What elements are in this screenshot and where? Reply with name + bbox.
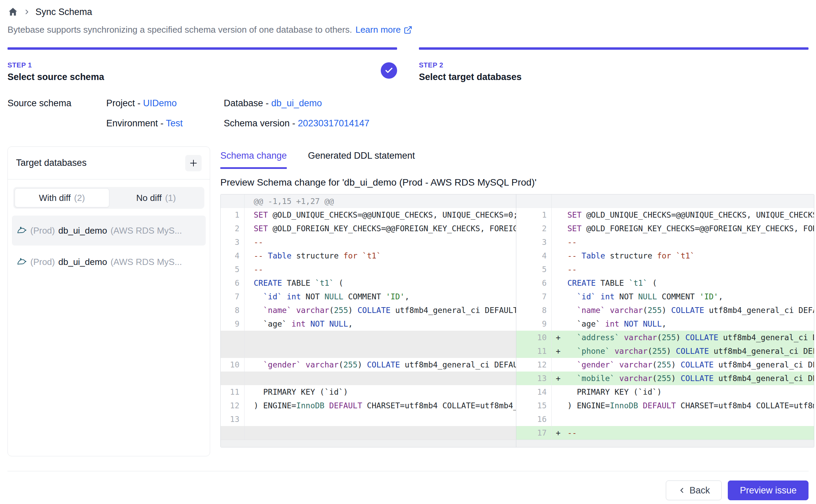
context-line: 9 `age` int NOT NULL,	[221, 317, 516, 331]
add-database-button[interactable]	[185, 155, 202, 171]
line-number: 13	[516, 372, 552, 385]
step-2-label: STEP 2	[419, 61, 809, 69]
code-line: CREATE TABLE `t1` (	[567, 276, 814, 290]
source-field-link[interactable]: 20230317014147	[298, 118, 370, 128]
context-line: 8 `name` varchar(255) COLLATE utf8mb4_ge…	[516, 303, 814, 317]
diff-row: 8 `name` varchar(255) COLLATE utf8mb4_ge…	[221, 303, 814, 317]
line-number: 5	[221, 263, 245, 276]
added-marker	[552, 249, 567, 263]
line-number: 11	[516, 344, 552, 358]
db-name: db_ui_demo	[58, 225, 107, 236]
context-line: 2SET @OLD_FOREIGN_KEY_CHECKS=@@FOREIGN_K…	[221, 222, 516, 235]
code-line: `name` varchar(255) COLLATE utf8mb4_gene…	[245, 303, 516, 317]
tab-with-diff[interactable]: With diff(2)	[15, 188, 109, 207]
database-list-item[interactable]: (Prod)db_ui_demo(AWS RDS MyS...	[12, 247, 206, 277]
breadcrumb: Sync Schema	[7, 5, 809, 19]
content-tabs: Schema change Generated DDL statement	[220, 146, 814, 169]
diff-row: 3--3--	[221, 235, 814, 249]
source-field-link[interactable]: UIDemo	[143, 98, 177, 108]
added-marker	[552, 290, 567, 303]
code-line: SET @OLD_UNIQUE_CHECKS=@@UNIQUE_CHECKS, …	[245, 208, 516, 222]
added-line: 10+ `address` varchar(255) COLLATE utf8m…	[516, 331, 814, 344]
diff-row: 13+ `mobile` varchar(255) COLLATE utf8mb…	[221, 372, 814, 385]
home-icon[interactable]	[7, 6, 18, 17]
code-line: `age` int NOT NULL,	[245, 317, 516, 331]
added-marker	[552, 194, 567, 208]
context-line: 6CREATE TABLE `t1` (	[221, 276, 516, 290]
step-1-completed-badge	[381, 62, 397, 79]
line-number: 4	[516, 249, 552, 263]
line-number	[221, 372, 245, 385]
chevron-right-icon	[23, 8, 31, 16]
line-number: 14	[516, 385, 552, 399]
line-number: 17	[516, 426, 552, 440]
line-number: 7	[516, 290, 552, 303]
db-environment: (Prod)	[30, 225, 55, 236]
line-number: 9	[221, 317, 245, 331]
context-line: 5--	[221, 263, 516, 276]
line-number: 1	[221, 208, 245, 222]
chevron-left-icon	[678, 486, 686, 494]
context-line: 3--	[516, 235, 814, 249]
diff-hunk-header: @@ -1,15 +1,27 @@	[221, 194, 516, 208]
added-marker	[552, 303, 567, 317]
line-number	[516, 194, 552, 208]
line-number: 8	[516, 303, 552, 317]
added-marker	[552, 399, 567, 412]
line-number: 6	[516, 276, 552, 290]
code-line: --	[567, 263, 814, 276]
source-field-schema-version: Schema version - 20230317014147	[224, 118, 370, 129]
line-number: 4	[221, 249, 245, 263]
tab-no-diff[interactable]: No diff(1)	[109, 188, 203, 207]
line-number: 12	[516, 358, 552, 372]
step-2-progress-bar	[419, 47, 809, 50]
added-marker: +	[552, 331, 567, 344]
added-marker	[552, 235, 567, 249]
context-line: 16	[516, 412, 814, 426]
diff-row: 1SET @OLD_UNIQUE_CHECKS=@@UNIQUE_CHECKS,…	[221, 208, 814, 222]
line-number: 2	[516, 222, 552, 235]
source-field-project: Project - UIDemo	[106, 98, 224, 109]
context-line: 4-- Table structure for `t1`	[221, 249, 516, 263]
added-marker: +	[552, 344, 567, 358]
mysql-icon	[17, 257, 27, 267]
added-marker: +	[552, 426, 567, 440]
code-line: `phone` varchar(255) COLLATE utf8mb4_gen…	[567, 344, 814, 358]
line-number: 5	[516, 263, 552, 276]
placeholder-row	[221, 372, 516, 385]
line-number	[221, 344, 245, 358]
code-line: PRIMARY KEY (`id`)	[245, 385, 516, 399]
added-marker	[552, 317, 567, 331]
code-line: --	[245, 235, 516, 249]
context-line: 12) ENGINE=InnoDB DEFAULT CHARSET=utf8mb…	[221, 399, 516, 412]
diff-row: 2SET @OLD_FOREIGN_KEY_CHECKS=@@FOREIGN_K…	[221, 222, 814, 235]
source-field-link[interactable]: db_ui_demo	[271, 98, 322, 108]
learn-more-link[interactable]: Learn more	[356, 25, 412, 35]
preview-issue-button[interactable]: Preview issue	[728, 481, 809, 500]
back-button[interactable]: Back	[666, 481, 722, 500]
diff-row: 1316	[221, 412, 814, 426]
code-line	[245, 412, 516, 426]
context-line: 7 `id` int NOT NULL COMMENT 'ID',	[221, 290, 516, 303]
code-line: SET @OLD_FOREIGN_KEY_CHECKS=@@FOREIGN_KE…	[245, 222, 516, 235]
code-line	[245, 331, 516, 344]
line-number: 2	[221, 222, 245, 235]
code-line: SET @OLD_FOREIGN_KEY_CHECKS=@@FOREIGN_KE…	[567, 222, 814, 235]
context-line: 11 PRIMARY KEY (`id`)	[221, 385, 516, 399]
context-line: 12 `gender` varchar(255) COLLATE utf8mb4…	[516, 358, 814, 372]
code-line: @@ -1,15 +1,27 @@	[245, 194, 516, 208]
context-line: 7 `id` int NOT NULL COMMENT 'ID',	[516, 290, 814, 303]
db-instance: (AWS RDS MyS...	[110, 225, 182, 236]
source-field-environment: Environment - Test	[106, 118, 224, 129]
line-number: 6	[221, 276, 245, 290]
line-number: 3	[516, 235, 552, 249]
database-list-item[interactable]: (Prod)db_ui_demo(AWS RDS MyS...	[12, 216, 206, 246]
tab-schema-change[interactable]: Schema change	[220, 151, 287, 169]
horizontal-scrollbar[interactable]	[221, 440, 814, 447]
step-1-progress-bar	[7, 47, 397, 50]
panel-title: Target databases	[16, 158, 87, 168]
added-marker	[552, 263, 567, 276]
tab-generated-ddl[interactable]: Generated DDL statement	[308, 151, 415, 169]
source-field-link[interactable]: Test	[166, 118, 183, 128]
source-schema-label: Source schema	[7, 98, 106, 129]
